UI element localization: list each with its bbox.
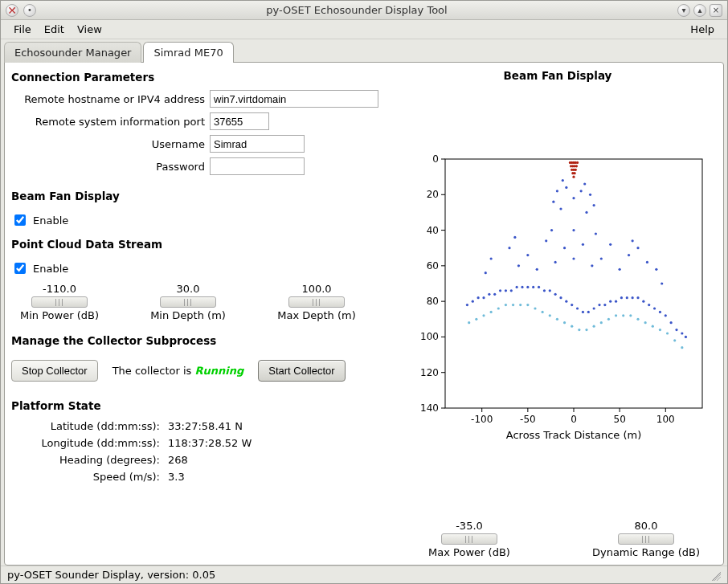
svg-point-55	[472, 300, 474, 303]
svg-point-76	[587, 311, 590, 313]
svg-point-72	[565, 300, 567, 303]
svg-point-80	[609, 300, 611, 303]
svg-point-141	[646, 261, 648, 263]
svg-point-106	[549, 314, 551, 317]
username-input[interactable]	[210, 135, 305, 153]
maximize-icon[interactable]: ▴	[693, 4, 706, 17]
svg-point-71	[559, 296, 562, 299]
svg-point-70	[554, 293, 557, 296]
svg-point-129	[536, 268, 538, 271]
svg-point-77	[593, 307, 595, 309]
svg-text:80: 80	[427, 296, 439, 307]
tab-simrad-me70[interactable]: Simrad ME70	[143, 42, 233, 63]
svg-point-69	[549, 289, 551, 292]
speed-value: 3.3	[168, 471, 397, 483]
app-menu-icon[interactable]: ✕	[6, 4, 18, 17]
minimize-icon[interactable]: ▾	[677, 4, 690, 17]
svg-point-112	[593, 325, 595, 328]
left-pane: Connection Parameters Remote hostname or…	[11, 67, 397, 560]
svg-point-100	[505, 304, 507, 306]
svg-point-131	[554, 261, 557, 263]
pointcloud-heading: Point Cloud Data Stream	[11, 238, 397, 251]
svg-point-79	[603, 304, 606, 306]
svg-point-134	[582, 243, 584, 246]
svg-point-115	[615, 314, 617, 317]
svg-point-140	[636, 247, 639, 249]
svg-point-110	[578, 329, 580, 331]
password-label: Password	[11, 161, 210, 173]
svg-point-95	[468, 321, 470, 324]
svg-point-75	[582, 311, 584, 313]
svg-point-66	[532, 286, 534, 288]
svg-point-121	[659, 329, 661, 331]
svg-point-60	[499, 289, 501, 292]
svg-point-136	[600, 257, 603, 259]
minpower-slider[interactable]: |||	[31, 296, 88, 308]
svg-point-83	[626, 296, 628, 299]
right-pane: Beam Fan Display 020406080100120140-100-…	[397, 67, 718, 560]
svg-point-122	[666, 332, 669, 334]
svg-point-42	[572, 176, 575, 178]
dynrange-slider[interactable]: |||	[618, 533, 674, 545]
start-collector-button[interactable]: Start Collector	[258, 360, 345, 382]
svg-point-87	[648, 304, 650, 306]
beamfan-heading: Beam Fan Display	[11, 190, 397, 202]
hostname-input[interactable]	[210, 90, 378, 108]
menu-help[interactable]: Help	[684, 22, 721, 37]
beamfan-enable-checkbox[interactable]	[14, 214, 26, 226]
resize-grip-icon[interactable]	[710, 570, 721, 581]
svg-point-88	[653, 307, 656, 309]
svg-point-54	[466, 304, 468, 306]
svg-point-123	[673, 339, 676, 341]
maxdepth-label: Max Depth (m)	[277, 309, 356, 321]
menu-file[interactable]: File	[7, 22, 38, 37]
svg-point-107	[556, 318, 558, 321]
window-title: py-OSET Echosounder Display Tool	[36, 4, 677, 16]
svg-point-111	[585, 329, 587, 331]
heading-value: 268	[168, 454, 397, 466]
svg-point-92	[675, 329, 677, 331]
menu-edit[interactable]: Edit	[38, 22, 71, 37]
heading-label: Heading (degrees):	[11, 454, 160, 466]
svg-point-145	[513, 236, 516, 239]
svg-point-64	[521, 286, 523, 288]
svg-point-44	[583, 182, 586, 185]
pointcloud-enable-checkbox[interactable]	[14, 263, 26, 274]
svg-point-59	[493, 293, 496, 296]
svg-point-78	[598, 304, 600, 306]
maxpower-label: Max Power (dB)	[428, 546, 510, 558]
svg-text:20: 20	[427, 189, 439, 200]
svg-text:140: 140	[420, 402, 439, 414]
password-input[interactable]	[210, 157, 305, 175]
maxdepth-slider[interactable]: |||	[288, 296, 345, 308]
svg-point-103	[526, 304, 529, 306]
svg-point-84	[632, 296, 634, 299]
close-icon[interactable]: ×	[710, 4, 722, 17]
tab-echosounder-manager[interactable]: Echosounder Manager	[4, 42, 141, 63]
svg-point-149	[572, 229, 575, 231]
svg-point-144	[485, 272, 487, 274]
svg-point-128	[526, 254, 529, 256]
svg-point-114	[607, 318, 610, 321]
svg-point-148	[595, 232, 597, 235]
svg-point-127	[517, 264, 520, 267]
svg-point-109	[571, 325, 573, 328]
svg-point-135	[591, 264, 593, 267]
maxpower-slider[interactable]: |||	[441, 533, 497, 545]
svg-text:-100: -100	[471, 414, 493, 425]
mindepth-slider[interactable]: |||	[160, 296, 216, 308]
platform-heading: Platform State	[11, 399, 397, 412]
svg-point-94	[685, 336, 687, 338]
minpower-value: -110.0	[43, 283, 76, 295]
svg-point-104	[534, 307, 536, 309]
svg-point-68	[543, 289, 546, 292]
svg-point-46	[589, 194, 591, 196]
svg-point-143	[661, 282, 663, 284]
dot-icon[interactable]: •	[23, 4, 36, 17]
dynrange-value: 80.0	[635, 520, 658, 532]
svg-point-124	[681, 346, 683, 349]
port-input[interactable]	[210, 112, 269, 130]
menu-view[interactable]: View	[71, 22, 108, 37]
collector-status-prefix: The collector is	[112, 365, 195, 377]
stop-collector-button[interactable]: Stop Collector	[11, 360, 98, 382]
